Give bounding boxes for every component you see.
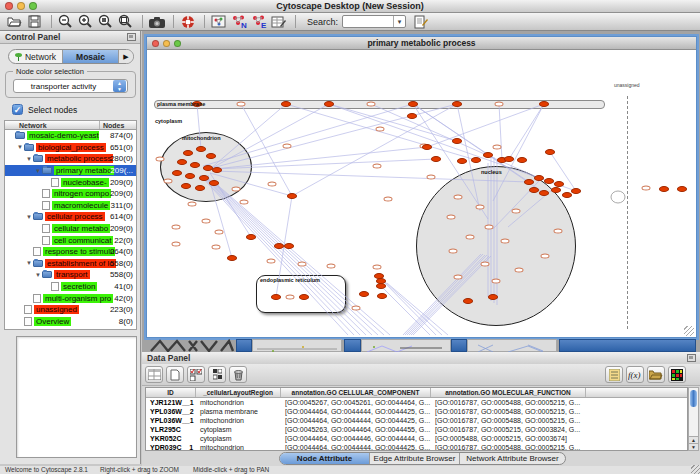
- gene-node-outline[interactable]: [327, 264, 336, 269]
- gene-node[interactable]: [517, 157, 527, 163]
- gene-node-outline[interactable]: [188, 202, 197, 207]
- gene-node-outline[interactable]: [172, 242, 181, 247]
- gene-node[interactable]: [359, 291, 369, 297]
- gene-node[interactable]: [551, 187, 561, 193]
- background-window-fragment[interactable]: [149, 339, 235, 352]
- attribute-list-icon[interactable]: [605, 366, 623, 383]
- gene-node[interactable]: [463, 298, 473, 304]
- tree-column-network[interactable]: Network: [5, 121, 100, 129]
- gene-node[interactable]: [524, 179, 534, 185]
- edge-attribute-mapper-icon[interactable]: E: [250, 14, 267, 30]
- create-attribute-icon[interactable]: [166, 366, 184, 383]
- gene-node[interactable]: [209, 180, 219, 186]
- tree-row[interactable]: unassigned223(0): [5, 304, 136, 316]
- delete-attribute-icon[interactable]: [229, 366, 247, 383]
- node-attribute-mapper-icon[interactable]: N: [230, 14, 247, 30]
- gene-node[interactable]: [190, 162, 200, 168]
- help-lifering-icon[interactable]: [179, 14, 196, 30]
- gene-node[interactable]: [452, 138, 462, 144]
- modify-attributes-icon[interactable]: [187, 366, 205, 383]
- gene-node[interactable]: [431, 156, 441, 162]
- gene-node-outline[interactable]: [268, 182, 277, 187]
- network-edge[interactable]: [407, 255, 485, 335]
- zoom-selected-region-icon[interactable]: [97, 14, 114, 30]
- table-scrollbar[interactable]: ▲ ▼: [688, 387, 699, 451]
- gene-node-outline[interactable]: [237, 102, 246, 107]
- gene-node[interactable]: [488, 294, 498, 300]
- expander-icon[interactable]: ▼: [34, 168, 42, 174]
- expander-icon[interactable]: ▼: [16, 144, 24, 150]
- table-row[interactable]: YPL036W__1mitochondrion[GO:0044464, GO:0…: [146, 416, 687, 425]
- gene-node[interactable]: [457, 158, 467, 164]
- tree-row[interactable]: nitrogen compo209(0): [5, 188, 136, 200]
- gene-node-outline[interactable]: [240, 200, 249, 205]
- network-edge[interactable]: [292, 104, 457, 196]
- gene-node-outline[interactable]: [481, 262, 490, 267]
- gene-node[interactable]: [195, 185, 205, 191]
- gene-node[interactable]: [196, 146, 206, 152]
- dropdown-stepper-icon[interactable]: ▲▼: [113, 80, 126, 92]
- search-value[interactable]: [343, 16, 393, 27]
- float-panel-icon[interactable]: [687, 354, 696, 362]
- gene-node[interactable]: [483, 152, 493, 158]
- gene-node-outline[interactable]: [202, 219, 211, 224]
- gene-node[interactable]: [185, 173, 195, 179]
- tree-row[interactable]: ▼cellular process614(0): [5, 211, 136, 223]
- gene-node-outline[interactable]: [493, 145, 502, 150]
- tree-row[interactable]: ▼metabolic process280(0): [5, 153, 136, 165]
- gene-node-outline[interactable]: [215, 230, 224, 235]
- network-overview-icon[interactable]: [210, 14, 227, 30]
- gene-node[interactable]: [206, 153, 216, 159]
- search-input[interactable]: ▾: [342, 15, 406, 28]
- network-edge[interactable]: [203, 104, 413, 166]
- select-attributes-icon[interactable]: [145, 366, 163, 383]
- gene-node[interactable]: [212, 167, 222, 173]
- expander-icon[interactable]: ▼: [25, 214, 33, 220]
- gene-node[interactable]: [539, 190, 549, 196]
- network-edge[interactable]: [378, 283, 430, 335]
- gene-node-outline[interactable]: [376, 127, 385, 132]
- table-row[interactable]: YPL036W__2plasma membrane[GO:0044464, GO…: [146, 407, 687, 416]
- expander-icon[interactable]: ▼: [25, 156, 33, 162]
- table-column-header[interactable]: ID: [146, 388, 196, 397]
- network-edge[interactable]: [210, 104, 286, 169]
- search-dropdown-arrow[interactable]: ▾: [393, 16, 405, 27]
- gene-node-outline[interactable]: [212, 245, 221, 250]
- gene-node[interactable]: [377, 293, 387, 299]
- attribute-matrix-icon[interactable]: [208, 366, 226, 383]
- gene-node[interactable]: [284, 243, 294, 249]
- gene-node[interactable]: [271, 294, 281, 300]
- tree-row[interactable]: macromolecule311(0): [5, 200, 136, 212]
- gene-node[interactable]: [181, 183, 191, 189]
- gene-node[interactable]: [407, 113, 417, 119]
- network-edge[interactable]: [197, 104, 201, 149]
- node-color-dropdown[interactable]: transporter activity ▲▼: [13, 79, 128, 93]
- gene-node-outline[interactable]: [367, 102, 376, 107]
- gene-node-outline[interactable]: [515, 268, 524, 273]
- gene-node[interactable]: [422, 144, 432, 150]
- gene-node[interactable]: [544, 178, 554, 184]
- tab-overflow-button[interactable]: ▶: [119, 50, 133, 63]
- gene-node-outline[interactable]: [512, 209, 521, 214]
- tree-row[interactable]: ▼primary metabo209(...: [5, 165, 136, 177]
- open-session-icon[interactable]: [6, 14, 23, 30]
- gene-node-outline[interactable]: [501, 239, 510, 244]
- background-window-fragment[interactable]: [252, 339, 342, 352]
- gene-node[interactable]: [659, 186, 669, 192]
- gene-node[interactable]: [571, 188, 581, 194]
- network-edge[interactable]: [411, 256, 489, 335]
- network-window[interactable]: primary metabolic process plasma membran…: [146, 36, 697, 338]
- network-canvas[interactable]: plasma membrane cytoplasm mitochondrion …: [148, 51, 695, 337]
- tab-network[interactable]: Network: [9, 50, 63, 63]
- gene-node[interactable]: [452, 101, 462, 107]
- network-edge[interactable]: [405, 254, 483, 335]
- gene-node-outline[interactable]: [541, 254, 550, 259]
- gene-node[interactable]: [183, 150, 193, 156]
- float-panel-icon[interactable]: [127, 33, 136, 41]
- network-edge[interactable]: [200, 175, 348, 335]
- scroll-up-button[interactable]: ▲: [689, 436, 698, 443]
- background-window-fragment[interactable]: [559, 339, 696, 352]
- gene-node[interactable]: [199, 175, 209, 181]
- gene-node[interactable]: [471, 157, 481, 163]
- gene-node[interactable]: [299, 294, 309, 300]
